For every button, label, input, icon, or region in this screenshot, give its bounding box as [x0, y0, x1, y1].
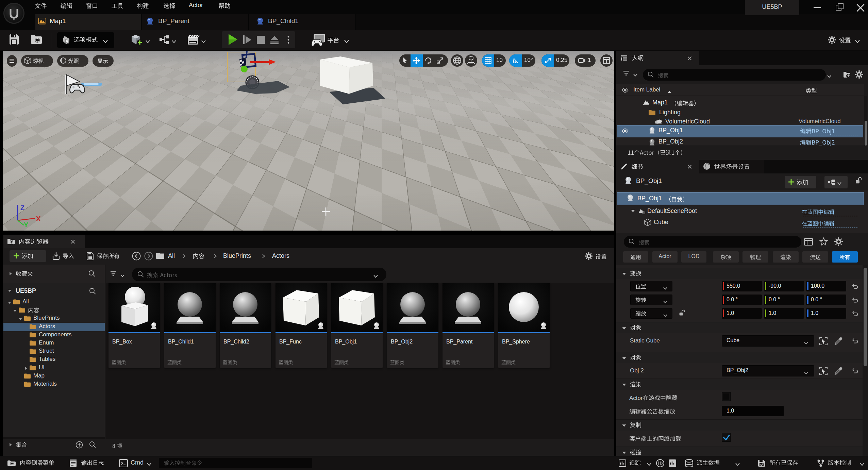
svg-text:X: X: [36, 215, 41, 222]
svg-text:Z: Z: [20, 204, 24, 212]
svg-text:Y: Y: [24, 221, 29, 228]
